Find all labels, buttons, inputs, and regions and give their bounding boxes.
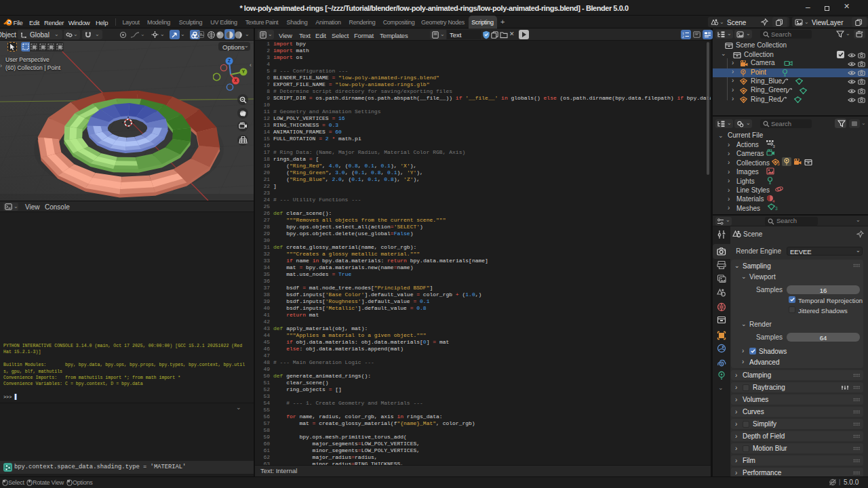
- svg-text:Z: Z: [228, 58, 231, 63]
- svg-text:X: X: [234, 78, 237, 83]
- svg-text:4: 4: [772, 199, 775, 203]
- svg-text:2: 2: [682, 35, 684, 39]
- svg-text:Y: Y: [242, 69, 245, 74]
- svg-text:3: 3: [773, 144, 776, 148]
